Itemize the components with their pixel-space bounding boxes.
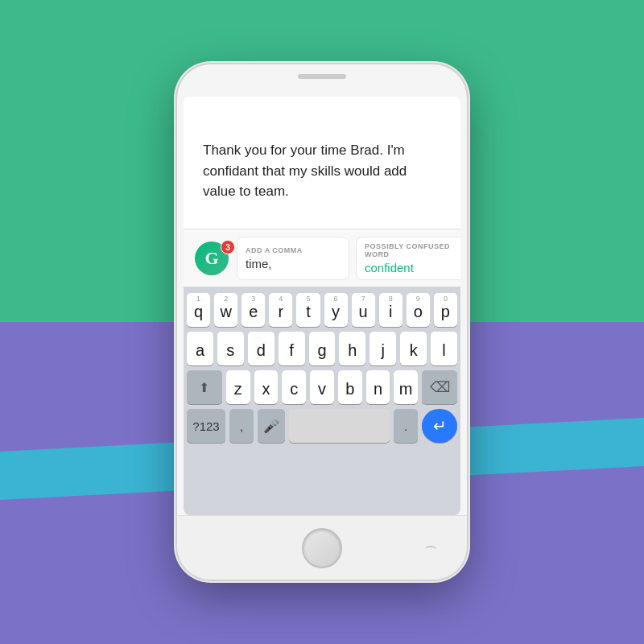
back-nav[interactable]: ⌒ xyxy=(419,541,443,565)
key-u[interactable]: 7u xyxy=(352,293,375,327)
suggestion-comma[interactable]: ADD A COMMA time, xyxy=(237,237,349,280)
key-h[interactable]: h xyxy=(339,332,365,365)
message-text: Thank you for your time Brad. I'm confid… xyxy=(203,140,441,202)
keyboard-row-1: 1q 2w 3e 4r 5t 6y 7u 8i 9o 0p xyxy=(187,293,457,327)
status-bar xyxy=(184,97,460,116)
grammarly-bar[interactable]: G 3 ADD A COMMA time, POSSIBLY CONFUSED … xyxy=(184,229,460,287)
back-icon: ⌒ xyxy=(423,543,438,563)
enter-icon: ↵ xyxy=(433,416,447,436)
keyboard-row-2: a s d f g h j k l xyxy=(187,332,457,365)
backspace-icon: ⌫ xyxy=(430,378,450,396)
suggestion-confused-label: POSSIBLY CONFUSED WORD xyxy=(365,242,460,258)
shift-icon: ⬆ xyxy=(199,380,209,395)
period-key[interactable]: . xyxy=(394,409,418,443)
key-t[interactable]: 5t xyxy=(296,293,320,327)
keyboard-row-bottom: ?123 , 🎤 . ↵ xyxy=(187,409,457,443)
phone-wrapper: Thank you for your time Brad. I'm confid… xyxy=(177,64,467,580)
key-o[interactable]: 9o xyxy=(407,293,430,327)
backspace-key[interactable]: ⌫ xyxy=(422,370,457,404)
keyboard[interactable]: 1q 2w 3e 4r 5t 6y 7u 8i 9o 0p a s xyxy=(184,287,460,515)
key-g[interactable]: g xyxy=(309,332,336,365)
microphone-icon: 🎤 xyxy=(263,419,279,434)
numbers-key[interactable]: ?123 xyxy=(187,409,225,443)
shift-key[interactable]: ⬆ xyxy=(187,370,222,404)
comma-key[interactable]: , xyxy=(229,409,254,443)
period-label: . xyxy=(404,419,407,433)
key-v[interactable]: v xyxy=(310,370,334,404)
phone-screen: Thank you for your time Brad. I'm confid… xyxy=(184,97,460,515)
key-d[interactable]: d xyxy=(248,332,275,365)
key-w[interactable]: 2w xyxy=(214,293,237,327)
text-area[interactable]: Thank you for your time Brad. I'm confid… xyxy=(184,116,460,229)
key-c[interactable]: c xyxy=(282,370,306,404)
key-k[interactable]: k xyxy=(400,332,427,365)
grammarly-icon-wrap[interactable]: G 3 xyxy=(190,242,233,275)
key-j[interactable]: j xyxy=(369,332,396,365)
key-b[interactable]: b xyxy=(338,370,362,404)
home-button[interactable] xyxy=(302,528,342,568)
key-z[interactable]: z xyxy=(226,370,250,404)
grammarly-logo: G xyxy=(204,248,218,269)
key-f[interactable]: f xyxy=(279,332,305,365)
suggestion-confused-value: confident xyxy=(365,261,460,275)
suggestion-confused[interactable]: POSSIBLY CONFUSED WORD confident xyxy=(356,237,460,280)
key-i[interactable]: 8i xyxy=(379,293,402,327)
mic-key[interactable]: 🎤 xyxy=(258,409,285,443)
phone: Thank you for your time Brad. I'm confid… xyxy=(177,64,467,580)
phone-speaker xyxy=(298,74,346,79)
suggestion-comma-label: ADD A COMMA xyxy=(246,246,341,254)
key-x[interactable]: x xyxy=(254,370,279,404)
background: Thank you for your time Brad. I'm confid… xyxy=(0,0,644,644)
key-p[interactable]: 0p xyxy=(434,293,457,327)
grammarly-badge: 3 xyxy=(221,240,235,254)
key-s[interactable]: s xyxy=(217,332,244,365)
keyboard-row-3: ⬆ z x c v b n m ⌫ xyxy=(187,370,457,404)
key-a[interactable]: a xyxy=(187,332,213,365)
key-y[interactable]: 6y xyxy=(324,293,348,327)
key-l[interactable]: l xyxy=(431,332,457,365)
key-m[interactable]: m xyxy=(394,370,418,404)
space-key[interactable] xyxy=(289,409,390,443)
numbers-label: ?123 xyxy=(192,419,219,433)
key-q[interactable]: 1q xyxy=(187,293,210,327)
phone-bottom-bar: ⌒ xyxy=(177,515,467,580)
key-n[interactable]: n xyxy=(366,370,390,404)
enter-key[interactable]: ↵ xyxy=(422,409,457,443)
comma-label: , xyxy=(240,419,243,433)
suggestion-comma-value: time, xyxy=(246,257,341,270)
key-r[interactable]: 4r xyxy=(269,293,292,327)
key-e[interactable]: 3e xyxy=(242,293,265,327)
